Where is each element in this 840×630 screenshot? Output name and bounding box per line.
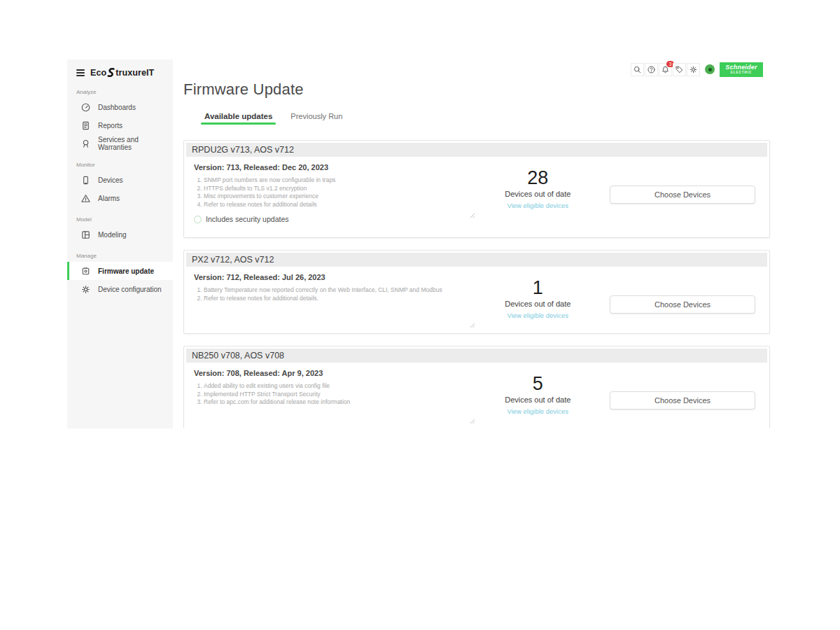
tab-available-updates[interactable]: Available updates <box>204 112 272 125</box>
sidebar-item-dashboards[interactable]: Dashboards <box>67 98 173 116</box>
release-notes-list: Battery Temperature now reported correct… <box>192 286 466 302</box>
devices-out-of-date-count: 28 <box>466 167 610 188</box>
release-note: HTTPS defaults to TLS v1.2 encryption <box>204 185 466 193</box>
version-line: Version: 713, Released: Dec 20, 2023 <box>194 163 466 172</box>
device-icon <box>80 175 91 186</box>
choose-devices-button[interactable]: Choose Devices <box>610 391 755 410</box>
sidebar: Eco truxure IT Analyze Dashboards Report… <box>67 59 173 428</box>
sidebar-item-label: Services and Warranties <box>98 136 173 151</box>
resize-grip-icon[interactable] <box>470 209 475 221</box>
page-title: Firmware Update <box>183 80 770 99</box>
dashboard-gauge-icon <box>80 102 91 113</box>
section-label-analyze: Analyze <box>67 80 173 98</box>
modeling-plan-icon <box>80 230 91 240</box>
tab-previously-run[interactable]: Previously Run <box>290 112 342 125</box>
configuration-gear-icon <box>80 284 91 295</box>
release-notes-list: SNMP port numbers are now configurable i… <box>192 176 466 209</box>
devices-out-of-date-label: Devices out of date <box>466 190 610 198</box>
alarm-warning-icon <box>80 193 91 204</box>
release-note: SNMP port numbers are now configurable i… <box>204 176 466 185</box>
card-title: RPDU2G v713, AOS v712 <box>186 143 767 157</box>
app-window: Eco truxure IT Analyze Dashboards Report… <box>67 59 773 428</box>
ecostruxure-logo: Eco truxure IT <box>90 67 154 78</box>
section-label-model: Model <box>67 207 173 225</box>
devices-out-of-date-label: Devices out of date <box>466 300 610 308</box>
release-note: Battery Temperature now reported correct… <box>204 286 466 295</box>
devices-out-of-date-count: 1 <box>466 277 610 298</box>
main-content: Firmware Update Available updates Previo… <box>183 59 770 428</box>
security-note-label: Includes security updates <box>206 215 288 223</box>
sidebar-item-label: Firmware update <box>98 267 154 275</box>
security-update-note: Includes security updates <box>184 211 769 230</box>
version-line: Version: 708, Released: Apr 9, 2023 <box>194 369 466 377</box>
section-label-monitor: Monitor <box>67 153 173 171</box>
version-line: Version: 712, Released: Jul 26, 2023 <box>194 273 466 281</box>
resize-grip-icon[interactable] <box>470 414 475 427</box>
update-card-nb250: NB250 v708, AOS v708 Version: 708, Relea… <box>183 346 770 428</box>
view-eligible-devices-link[interactable]: View eligible devices <box>507 312 569 319</box>
sidebar-item-label: Device configuration <box>98 286 162 293</box>
sidebar-item-device-configuration[interactable]: Device configuration <box>67 280 173 298</box>
tab-bar: Available updates Previously Run <box>183 112 770 125</box>
logo-text-eco: Eco <box>90 68 106 78</box>
logo-text-it: IT <box>146 68 154 78</box>
ecostruxure-symbol-icon <box>106 67 115 78</box>
sidebar-item-alarms[interactable]: Alarms <box>67 189 173 207</box>
release-note: Implemented HTTP Strict Transport Securi… <box>204 391 466 399</box>
release-note: Refer to release notes for additional de… <box>204 201 466 209</box>
section-label-manage: Manage <box>67 244 173 262</box>
release-note: Misc improvements to customer experience <box>204 192 466 201</box>
update-card-px2: PX2 v712, AOS v712 Version: 712, Release… <box>183 250 770 334</box>
sidebar-item-services-warranties[interactable]: Services and Warranties <box>67 134 173 153</box>
update-card-list: RPDU2G v713, AOS v712 Version: 713, Rele… <box>183 140 770 428</box>
sidebar-item-devices[interactable]: Devices <box>67 171 173 189</box>
devices-out-of-date-label: Devices out of date <box>466 396 610 404</box>
security-shield-icon <box>194 216 202 223</box>
update-card-rpdu2g: RPDU2G v713, AOS v712 Version: 713, Rele… <box>183 140 770 238</box>
sidebar-item-reports[interactable]: Reports <box>67 116 173 134</box>
sidebar-item-label: Reports <box>98 122 122 130</box>
view-eligible-devices-link[interactable]: View eligible devices <box>507 202 569 209</box>
logo-text-truxure: truxure <box>115 68 146 78</box>
sidebar-item-label: Modeling <box>98 231 127 239</box>
resize-grip-icon[interactable] <box>470 318 475 331</box>
choose-devices-button[interactable]: Choose Devices <box>610 186 755 204</box>
card-title: NB250 v708, AOS v708 <box>186 349 767 363</box>
release-notes-list: Added ability to edit existing users via… <box>192 382 466 407</box>
release-note: Added ability to edit existing users via… <box>204 382 466 391</box>
choose-devices-button[interactable]: Choose Devices <box>610 295 755 314</box>
hamburger-menu-icon[interactable] <box>76 68 85 78</box>
sidebar-item-firmware-update[interactable]: Firmware update <box>67 262 173 280</box>
sidebar-item-label: Dashboards <box>98 104 136 111</box>
card-title: PX2 v712, AOS v712 <box>186 253 767 267</box>
view-eligible-devices-link[interactable]: View eligible devices <box>507 407 569 415</box>
warranty-medal-icon <box>80 139 91 149</box>
release-note: Refer to apc.com for additional release … <box>204 398 466 407</box>
sidebar-item-modeling[interactable]: Modeling <box>67 225 173 244</box>
sidebar-item-label: Alarms <box>98 195 120 202</box>
devices-out-of-date-count: 5 <box>466 373 610 394</box>
firmware-chip-icon <box>80 266 91 276</box>
report-document-icon <box>80 120 91 131</box>
release-note: Refer to release notes for additional de… <box>204 295 466 303</box>
sidebar-item-label: Devices <box>98 176 123 184</box>
